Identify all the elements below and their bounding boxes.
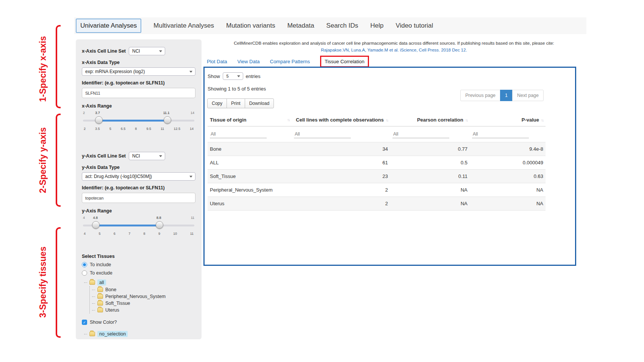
tree-node-all[interactable]: all [84,279,195,286]
table-row[interactable]: ALL 61 0.5 0.000049 [208,156,546,170]
page-length-select[interactable]: 5 [223,72,243,80]
x-data-type-select[interactable]: exp: mRNA Expression (log2) [82,67,195,76]
tree-node-all-label: all [97,279,106,286]
to-include-radio[interactable] [82,262,87,267]
nav-tab-mutation-variants[interactable]: Mutation variants [226,22,275,30]
tree-node-uterus[interactable]: Uterus [92,307,195,314]
y-data-type-select[interactable]: act: Drug Activity (-log10[IC50M]) [82,172,195,181]
show-color-label: Show Color? [90,320,117,325]
nav-tab-multivariate-analyses[interactable]: Multivariate Analyses [153,22,214,30]
folder-icon [97,308,103,312]
tick-label: 14 [190,127,194,131]
y-identifier-input[interactable] [82,193,195,203]
y-range-max-label: 11 [191,216,194,220]
tab-compare-patterns[interactable]: Compare Patterns [270,59,310,64]
y-range-handle-high[interactable] [156,221,163,229]
cell-p-value: NA [470,183,546,197]
filter-tissue-input[interactable] [210,130,267,138]
x-range-min-label: 2 [83,111,85,115]
filter-pearson-input[interactable] [392,130,449,138]
folder-icon [89,332,95,336]
cell-pearson: 0.5 [390,156,470,170]
nav-tab-metadata[interactable]: Metadata [287,22,314,30]
page-length-value: 5 [227,74,229,78]
sort-icon[interactable]: ↑↓ [541,118,543,122]
x-range-slider[interactable]: 2 14 3.7 11.1 2 3.5 5 6.5 8 9.5 11 12.5 … [83,111,194,134]
tick-label: 9 [158,232,160,236]
nav-tab-help[interactable]: Help [370,22,383,30]
table-row[interactable]: Uterus 2 NA NA [208,197,546,211]
table-row[interactable]: Soft_Tissue 23 0.11 0.63 [208,170,546,183]
include-radio-row[interactable]: To include [82,262,195,267]
show-label: Show [208,73,220,79]
col-header-tissue-of-origin[interactable]: Tissue of origin↑↓ [208,114,292,126]
tree-node-bone-label: Bone [105,287,116,292]
table-row[interactable]: Peripheral_Nervous_System 2 NA NA [208,183,546,197]
slider-selected-bar[interactable] [99,120,167,122]
show-color-row[interactable]: Show Color? [82,320,195,325]
tree-node-no-selection[interactable]: no_selection [84,330,195,338]
print-button[interactable]: Print [227,98,245,108]
table-row[interactable]: Bone 34 0.77 9.4e-8 [208,142,546,156]
download-button[interactable]: Download [245,98,274,108]
y-data-type-value: act: Drug Activity (-log10[IC50M]) [85,174,152,179]
slider-selected-bar[interactable] [96,225,159,226]
x-range-low-value: 3.7 [95,111,100,115]
nav-tab-video-tutorial[interactable]: Video tutorial [395,22,433,30]
y-range-min-label: 4 [83,216,85,220]
copy-button[interactable]: Copy [207,98,227,108]
exclude-radio-row[interactable]: To exclude [82,270,195,276]
nav-tab-univariate-analyses[interactable]: Univariate Analyses [76,19,141,33]
filter-p-value-input[interactable] [472,130,529,138]
sort-icon[interactable]: ↑↓ [465,118,467,122]
col-label: Pearson correlation [417,117,463,123]
sort-icon[interactable]: ↑↓ [386,118,388,122]
cell-pearson: NA [390,197,470,211]
chevron-down-icon [159,155,162,157]
to-exclude-label: To exclude [90,270,113,276]
tree-node-soft-tissue[interactable]: Soft_Tissue [92,300,195,307]
tissue-tree: all Bone Peripheral_Nervous_System Soft_… [84,279,195,314]
cell-tissue: Soft_Tissue [208,170,292,183]
y-range-slider[interactable]: 4 11 4.8 8.8 4 5 6 7 8 9 10 11 [83,216,194,239]
y-identifier-label: Identifier: (e.g. topotecan or SLFN11) [82,185,195,190]
col-label: Cell lines with complete observations [296,117,384,123]
page-1-button[interactable]: 1 [500,90,513,101]
tab-plot-data[interactable]: Plot Data [207,59,227,64]
y-range-handle-low[interactable] [92,221,100,229]
x-range-handle-low[interactable] [95,116,103,124]
col-header-cell-lines[interactable]: Cell lines with complete observations↑↓ [292,114,390,126]
nav-tab-search-ids[interactable]: Search IDs [326,22,358,30]
top-nav: Univariate Analyses Multivariate Analyse… [74,17,586,34]
col-header-p-value[interactable]: P-value↑↓ [470,114,546,126]
folder-icon [89,280,95,285]
tick-label: 11 [190,232,194,236]
x-cell-line-set-value: NCI [132,48,140,54]
y-cell-line-set-select[interactable]: NCI [129,152,165,160]
tree-node-bone[interactable]: Bone [92,286,195,293]
x-range-ticks: 2 3.5 5 6.5 8 9.5 11 12.5 14 [84,127,194,131]
filter-cell-lines-input[interactable] [294,130,351,138]
tab-view-data[interactable]: View Data [237,59,259,64]
tab-tissue-correlation[interactable]: Tissue Correlation [320,56,369,67]
cell-count: 2 [292,197,390,211]
to-exclude-radio[interactable] [82,270,87,276]
x-identifier-input[interactable] [82,88,195,98]
tick-label: 6 [114,232,116,236]
col-header-pearson-correlation[interactable]: Pearson correlation↑↓ [390,114,470,126]
sort-icon[interactable]: ↑↓ [287,118,289,122]
cell-count: 34 [292,142,390,156]
citation-link[interactable]: Rajapakse.VN, Luna.A, Yamade.M et al. iS… [205,47,583,54]
previous-page-button[interactable]: Previous page [460,90,500,101]
control-sidebar: x-Axis Cell Line Set NCI x-Axis Data Typ… [76,39,202,339]
annotation-step3-bracket [56,227,61,338]
tree-node-peripheral-nervous-system[interactable]: Peripheral_Nervous_System [92,293,195,300]
x-cell-line-set-select[interactable]: NCI [129,47,165,55]
cell-tissue: Peripheral_Nervous_System [208,183,292,197]
next-page-button[interactable]: Next page [512,90,544,101]
x-range-label: x-Axis Range [82,103,195,109]
show-color-checkbox[interactable] [82,320,87,325]
folder-icon [97,301,103,306]
cell-pearson: 0.11 [390,170,470,183]
x-range-handle-high[interactable] [164,116,171,124]
